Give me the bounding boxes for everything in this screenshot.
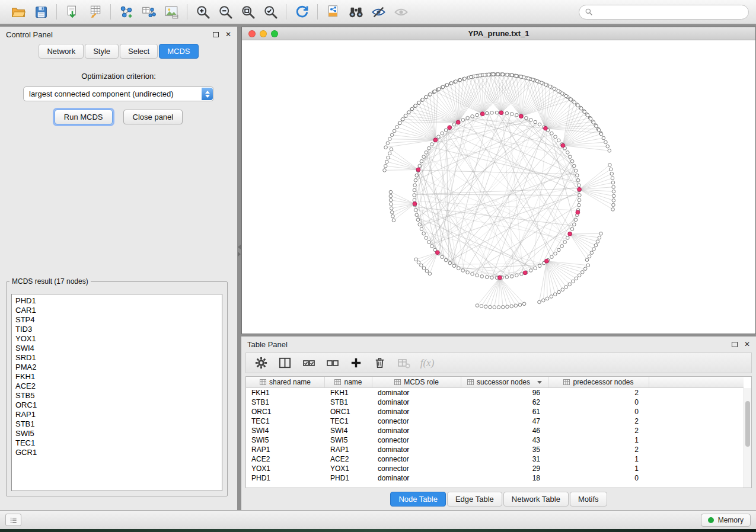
- window-maximize-icon[interactable]: [271, 30, 278, 37]
- show-all-icon[interactable]: [390, 2, 412, 21]
- mcds-result-item[interactable]: STB5: [15, 391, 222, 400]
- mcds-result-item[interactable]: RAP1: [15, 410, 222, 419]
- import-network-icon[interactable]: [61, 2, 84, 21]
- mcds-result-item[interactable]: PMA2: [15, 363, 222, 372]
- scrollbar-thumb[interactable]: [745, 401, 750, 447]
- table-cell: YOX1: [325, 464, 372, 473]
- table-cell: dominator: [372, 389, 461, 397]
- tab-mcds[interactable]: MCDS: [159, 44, 198, 59]
- find-icon[interactable]: [344, 2, 367, 21]
- export-document-icon[interactable]: [322, 2, 344, 21]
- mcds-result-item[interactable]: ORC1: [15, 400, 222, 410]
- save-session-icon[interactable]: [30, 2, 52, 21]
- table-row[interactable]: STB1STB1dominator620: [246, 398, 751, 407]
- mcds-result-item[interactable]: FKH1: [15, 372, 222, 382]
- float-table-panel-icon[interactable]: [732, 342, 738, 347]
- open-session-icon[interactable]: [7, 2, 30, 21]
- mcds-result-title: MCDS result (17 nodes): [9, 277, 91, 286]
- column-attribute-icon: [260, 379, 266, 385]
- table-row[interactable]: FKH1FKH1dominator962: [246, 388, 751, 398]
- tab-node-table[interactable]: Node Table: [390, 492, 446, 507]
- collapse-right-icon[interactable]: [238, 252, 241, 257]
- zoom-fit-icon[interactable]: [237, 2, 259, 21]
- zoom-in-icon[interactable]: [192, 2, 214, 21]
- column-header-successor-nodes[interactable]: successor nodes: [461, 377, 548, 387]
- import-table-icon[interactable]: [84, 2, 106, 21]
- table-panel: Table Panel ✕: [241, 336, 756, 510]
- tab-style[interactable]: Style: [85, 44, 119, 59]
- zoom-out-icon[interactable]: [214, 2, 237, 21]
- column-header-name[interactable]: name: [325, 377, 372, 387]
- hide-selected-icon[interactable]: [367, 2, 390, 21]
- table-row[interactable]: SWI5SWI5connector431: [246, 435, 751, 445]
- table-row[interactable]: PHD1PHD1dominator180: [246, 473, 751, 483]
- select-all-icon[interactable]: [300, 355, 317, 371]
- column-attribute-icon: [467, 379, 474, 385]
- column-header-filler: [649, 377, 744, 387]
- network-window-titlebar[interactable]: YPA_prune.txt_1: [242, 27, 755, 40]
- table-settings-gear-icon[interactable]: [253, 355, 270, 371]
- table-row[interactable]: RAP1RAP1dominator352: [246, 445, 751, 454]
- table-row[interactable]: SWI4SWI4dominator462: [246, 426, 751, 435]
- close-table-panel-icon[interactable]: ✕: [744, 341, 750, 348]
- mcds-result-item[interactable]: SRD1: [15, 353, 222, 363]
- delete-column-icon[interactable]: [371, 355, 388, 371]
- task-history-icon[interactable]: [5, 514, 21, 526]
- memory-button[interactable]: Memory: [701, 514, 751, 527]
- control-panel-tabs: Network Style Select MCDS: [0, 42, 237, 63]
- table-row[interactable]: YOX1YOX1connector291: [246, 464, 751, 473]
- search-input[interactable]: [596, 8, 743, 17]
- close-panel-icon[interactable]: ✕: [225, 31, 231, 38]
- network-canvas[interactable]: [242, 40, 755, 334]
- mcds-result-item[interactable]: TEC1: [15, 438, 222, 448]
- table-cell: 18: [461, 474, 548, 482]
- tab-select[interactable]: Select: [120, 44, 158, 59]
- mcds-result-item[interactable]: GCR1: [15, 448, 222, 457]
- table-row[interactable]: ACE2ACE2connector311: [246, 454, 751, 464]
- table-row[interactable]: TEC1TEC1connector472: [246, 416, 751, 426]
- toolbar-separator: [110, 4, 111, 20]
- mcds-result-item[interactable]: STP4: [15, 315, 222, 325]
- mcds-result-item[interactable]: CAR1: [15, 306, 222, 315]
- table-scrollbar[interactable]: [744, 388, 751, 488]
- mcds-result-item[interactable]: ACE2: [15, 382, 222, 391]
- mcds-result-list[interactable]: PHD1CAR1STP4TID3YOX1SWI4SRD1PMA2FKH1ACE2…: [11, 294, 222, 491]
- table-row[interactable]: ORC1ORC1dominator610: [246, 407, 751, 416]
- tab-motifs[interactable]: Motifs: [570, 492, 607, 507]
- run-mcds-button[interactable]: Run MCDS: [55, 110, 113, 124]
- table-cell: 0: [548, 408, 649, 416]
- tab-edge-table[interactable]: Edge Table: [447, 492, 502, 507]
- panel-splitter[interactable]: [237, 24, 241, 510]
- mcds-result-item[interactable]: SWI4: [15, 344, 222, 353]
- new-network-icon[interactable]: [115, 2, 138, 21]
- refresh-icon[interactable]: [291, 2, 313, 21]
- show-columns-icon[interactable]: [276, 355, 294, 371]
- close-panel-button[interactable]: Close panel: [123, 110, 183, 124]
- export-network-image-icon[interactable]: [160, 2, 183, 21]
- sort-descending-icon[interactable]: [537, 381, 542, 384]
- memory-label: Memory: [718, 516, 744, 524]
- float-panel-icon[interactable]: [213, 32, 219, 37]
- table-toolbar: f(x): [245, 352, 752, 373]
- table-cell: ORC1: [246, 408, 325, 416]
- control-panel-title: Control Panel: [6, 30, 53, 39]
- deselect-all-icon[interactable]: [324, 355, 341, 371]
- search-box[interactable]: [579, 5, 749, 20]
- criterion-select[interactable]: largest connected component (undirected): [23, 86, 214, 101]
- collapse-left-icon[interactable]: [238, 245, 241, 249]
- window-close-icon[interactable]: [248, 30, 256, 37]
- mcds-result-item[interactable]: PHD1: [15, 296, 222, 306]
- window-minimize-icon[interactable]: [260, 30, 267, 37]
- column-header-mcds-role[interactable]: MCDS role: [372, 377, 461, 387]
- add-column-icon[interactable]: [347, 355, 365, 371]
- tab-network[interactable]: Network: [39, 44, 84, 59]
- mcds-result-item[interactable]: YOX1: [15, 334, 222, 344]
- column-header-shared-name[interactable]: shared name: [246, 377, 325, 387]
- mcds-result-item[interactable]: STB1: [15, 419, 222, 429]
- tab-network-table[interactable]: Network Table: [503, 492, 569, 507]
- zoom-selected-icon[interactable]: [259, 2, 282, 21]
- mcds-result-item[interactable]: SWI5: [15, 429, 222, 438]
- network-from-table-icon[interactable]: [138, 2, 160, 21]
- column-header-predecessor-nodes[interactable]: predecessor nodes: [548, 377, 649, 387]
- mcds-result-item[interactable]: TID3: [15, 325, 222, 334]
